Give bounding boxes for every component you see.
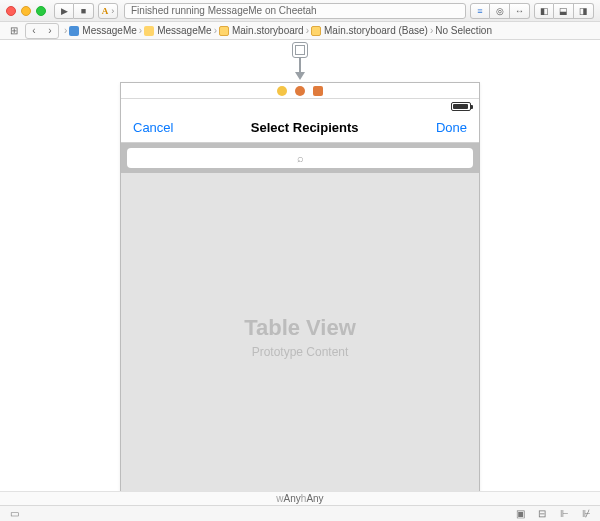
zoom-window-button[interactable] — [36, 6, 46, 16]
history-nav: ‹ › — [25, 23, 59, 39]
storyboard-icon — [219, 26, 229, 36]
breadcrumb-separator: › — [139, 25, 142, 36]
done-button[interactable]: Done — [436, 120, 467, 135]
ios-statusbar — [121, 99, 479, 113]
project-icon — [69, 26, 79, 36]
sizeclass-w-prefix: w — [276, 493, 283, 504]
stop-button[interactable]: ■ — [74, 3, 94, 19]
folder-icon — [144, 26, 154, 36]
table-view[interactable]: ⌕ Table View Prototype Content — [121, 143, 479, 501]
breadcrumb-separator: › — [214, 25, 217, 36]
first-responder-icon — [295, 86, 305, 96]
panel-visibility-controls: ◧ ⬓ ◨ — [534, 3, 594, 19]
assistant-editor-button[interactable]: ◎ — [490, 3, 510, 19]
segue-source-icon — [292, 42, 308, 58]
scene-titlebar[interactable] — [121, 83, 479, 99]
go-forward-button[interactable]: › — [42, 24, 58, 38]
scheme-selector[interactable]: A › — [98, 3, 118, 19]
toggle-utilities-button[interactable]: ◨ — [574, 3, 594, 19]
viewcontroller-icon — [277, 86, 287, 96]
resolve-issues-button[interactable]: ⊮ — [578, 508, 594, 520]
arrow-down-icon — [295, 72, 305, 80]
breadcrumb-separator: › — [430, 25, 433, 36]
size-class-control[interactable]: w Any h Any — [0, 491, 600, 505]
related-items-button[interactable]: ⊞ — [6, 24, 22, 38]
breadcrumb-item-selection[interactable]: No Selection — [435, 25, 492, 36]
activity-status: Finished running MessageMe on Cheetah — [124, 3, 466, 19]
battery-icon — [451, 102, 471, 111]
breadcrumb: › MessageMe › MessageMe › Main.storyboar… — [62, 25, 492, 36]
table-placeholder-title: Table View — [244, 315, 356, 341]
segue-connector — [292, 42, 308, 80]
viewcontroller-scene[interactable]: Cancel Select Recipients Done ⌕ Table Vi… — [120, 82, 480, 502]
sizeclass-w-value: Any — [284, 493, 301, 504]
xcode-toolbar: ▶ ■ A › Finished running MessageMe on Ch… — [0, 0, 600, 22]
search-bar: ⌕ — [121, 143, 479, 173]
storyboard-canvas[interactable]: Cancel Select Recipients Done ⌕ Table Vi… — [0, 40, 600, 505]
pin-constraints-button[interactable]: ⊩ — [556, 508, 572, 520]
minimize-window-button[interactable] — [21, 6, 31, 16]
breadcrumb-separator: › — [306, 25, 309, 36]
table-placeholder-subtitle: Prototype Content — [252, 345, 349, 359]
breadcrumb-item-base[interactable]: Main.storyboard (Base) — [311, 25, 428, 36]
cancel-button[interactable]: Cancel — [133, 120, 173, 135]
toggle-navigator-button[interactable]: ◧ — [534, 3, 554, 19]
app-scheme-icon: A — [102, 6, 109, 16]
exit-icon — [313, 86, 323, 96]
align-button[interactable]: ⊟ — [534, 508, 550, 520]
sizeclass-h-value: Any — [306, 493, 323, 504]
segue-line — [299, 58, 301, 72]
search-icon: ⌕ — [297, 152, 304, 164]
canvas-bottom-bar: ▭ ▣ ⊟ ⊩ ⊮ — [0, 505, 600, 521]
breadcrumb-separator: › — [64, 25, 67, 36]
document-outline-toggle[interactable]: ▭ — [6, 508, 22, 520]
window-controls — [6, 6, 46, 16]
run-button[interactable]: ▶ — [54, 3, 74, 19]
version-editor-button[interactable]: ↔ — [510, 3, 530, 19]
status-text: Finished running MessageMe on Cheetah — [131, 5, 317, 16]
run-stop-controls: ▶ ■ — [54, 3, 94, 19]
embed-in-button[interactable]: ▣ — [512, 508, 528, 520]
jump-bar: ⊞ ‹ › › MessageMe › MessageMe › Main.sto… — [0, 22, 600, 40]
breadcrumb-item-project[interactable]: MessageMe — [69, 25, 136, 36]
table-placeholder: Table View Prototype Content — [121, 173, 479, 501]
search-field[interactable]: ⌕ — [127, 148, 473, 168]
nav-title: Select Recipients — [251, 120, 359, 135]
editor-mode-controls: ≡ ◎ ↔ — [470, 3, 530, 19]
toggle-debug-button[interactable]: ⬓ — [554, 3, 574, 19]
chevron-right-icon: › — [111, 6, 114, 16]
storyboard-icon — [311, 26, 321, 36]
go-back-button[interactable]: ‹ — [26, 24, 42, 38]
navigation-bar: Cancel Select Recipients Done — [121, 113, 479, 143]
breadcrumb-item-storyboard[interactable]: Main.storyboard — [219, 25, 304, 36]
breadcrumb-item-folder[interactable]: MessageMe — [144, 25, 211, 36]
close-window-button[interactable] — [6, 6, 16, 16]
standard-editor-button[interactable]: ≡ — [470, 3, 490, 19]
